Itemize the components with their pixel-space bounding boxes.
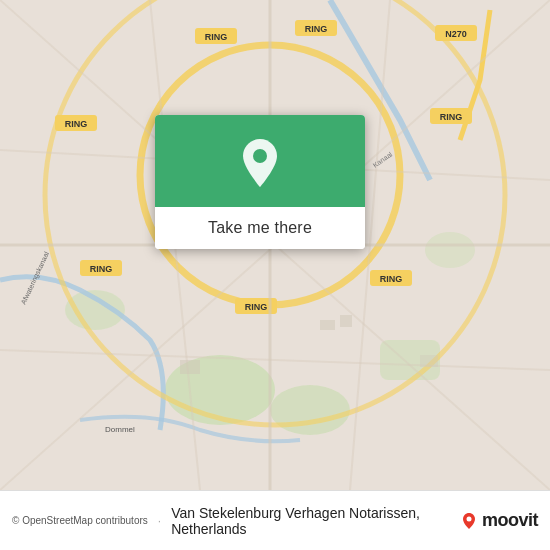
svg-text:Dommel: Dommel bbox=[105, 425, 135, 434]
svg-text:RING: RING bbox=[90, 264, 113, 274]
popup-card: Take me there bbox=[155, 115, 365, 249]
moovit-pin-icon bbox=[460, 512, 478, 530]
svg-text:RING: RING bbox=[205, 32, 228, 42]
svg-point-32 bbox=[466, 516, 471, 521]
take-me-there-button[interactable]: Take me there bbox=[155, 207, 365, 249]
svg-point-2 bbox=[270, 385, 350, 435]
svg-text:RING: RING bbox=[65, 119, 88, 129]
svg-text:RING: RING bbox=[245, 302, 268, 312]
svg-text:N270: N270 bbox=[445, 29, 467, 39]
svg-text:RING: RING bbox=[380, 274, 403, 284]
popup-green-area bbox=[155, 115, 365, 207]
divider: · bbox=[158, 514, 161, 528]
svg-rect-27 bbox=[340, 315, 352, 327]
svg-point-5 bbox=[425, 232, 475, 268]
svg-text:RING: RING bbox=[440, 112, 463, 122]
bottom-bar: © OpenStreetMap contributors · Van Steke… bbox=[0, 490, 550, 550]
svg-point-31 bbox=[253, 149, 267, 163]
moovit-logo: moovit bbox=[460, 510, 538, 531]
map-container: RING RING RING N270 RING RING RING RING … bbox=[0, 0, 550, 490]
svg-text:RING: RING bbox=[305, 24, 328, 34]
place-name: Van Stekelenburg Verhagen Notarissen, Ne… bbox=[171, 505, 452, 537]
moovit-brand-text: moovit bbox=[482, 510, 538, 531]
svg-rect-29 bbox=[180, 360, 200, 374]
map-attribution: © OpenStreetMap contributors bbox=[12, 515, 148, 526]
svg-rect-26 bbox=[320, 320, 335, 330]
svg-rect-28 bbox=[420, 355, 438, 367]
location-pin-icon bbox=[239, 137, 281, 189]
